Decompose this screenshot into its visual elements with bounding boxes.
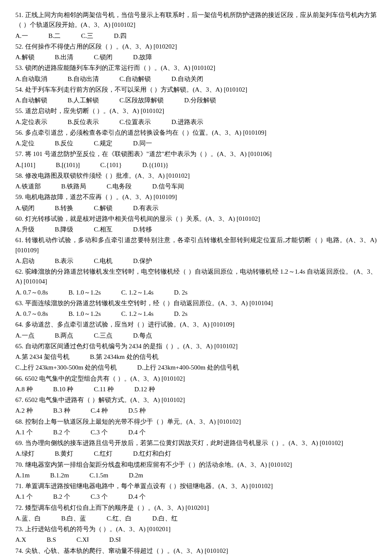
option: C.自动解锁 xyxy=(119,74,151,84)
question-options: A.[101]B.[(101)]C.{101}D.{(101)} xyxy=(15,160,377,170)
exam-question-list: 51. 正线上同方向相邻的两架信号机，当信号显示上有联系时，后一架信号机所防护进… xyxy=(15,10,377,555)
question-options: A.8 种B.10 种C.11 种D.12 种 xyxy=(15,384,377,394)
question-text: 52. 任何操作不得使占用的区段（ ）。(A、3、A) [010202] xyxy=(15,42,377,52)
option: A.升级 xyxy=(15,225,35,234)
option: A.定位 xyxy=(15,139,35,148)
question-options: A.蓝、白B.白、蓝C.红、白D.白、红 xyxy=(15,514,377,523)
question-text: 70. 继电器室内第一排组合架距分线盘和电缆柜应留有不少于（ ）的活动余地。(A… xyxy=(15,460,377,470)
question-text: 64. 多动道岔、多点牵引道岔试验，应当对（ ）进行试验。(A、3、A) [01… xyxy=(15,320,377,330)
question-text: 74. 尖轨、心轨、基本轨的爬行、窜动量不得超过（ ）。(A、3、A) [010… xyxy=(15,546,377,555)
option: A.1 个 xyxy=(15,492,33,502)
option: A.一 xyxy=(15,31,28,41)
option: D.信号车间 xyxy=(152,182,184,191)
option: C.XⅠ xyxy=(77,535,89,545)
option: D.每点 xyxy=(133,331,152,341)
question-text: 63. 平面连续溜放的分路道岔转辙机发生空转时，经（ ）自动返回原位。(A、3、… xyxy=(15,298,377,308)
option: D.自动关闭 xyxy=(171,74,203,84)
option: A.1 个 xyxy=(15,428,33,437)
option: A. 0.7～0.8s xyxy=(15,309,48,319)
option: B.反位表示 xyxy=(68,117,99,127)
option: D.白、红 xyxy=(152,514,178,523)
option: A.蓝、白 xyxy=(15,514,41,523)
option: D.分段解锁 xyxy=(184,95,216,105)
option: B.反位 xyxy=(55,139,74,148)
question-text: 72. 矮型调车信号机灯位自上而下的顺序是（ ）。(A、3、A) [010201… xyxy=(15,503,377,513)
option: D.保护 xyxy=(133,256,152,266)
question-options: A.XB.SC.XⅠD.SⅠ xyxy=(15,535,377,545)
question-text: 53. 锁闭的进路应能随列车车列的正常运行而（ ）。(A、3、A) [01010… xyxy=(15,63,377,73)
option: D.4 个 xyxy=(128,492,146,502)
option: B.3 种 xyxy=(53,406,70,416)
question-text: 62. 驼峰溜放的分路道岔转辙机发生空转时，电空转辙机经（ ）自动返回原位，电动… xyxy=(15,267,377,287)
option: D.4 个 xyxy=(128,428,146,437)
option: D.有表示 xyxy=(133,203,159,213)
option: C.区段故障解锁 xyxy=(119,95,164,105)
option: C.锁闭 xyxy=(94,52,112,62)
option: D.进路表示 xyxy=(171,117,203,127)
option: D. 2s xyxy=(174,288,187,298)
option: D.5 种 xyxy=(128,406,146,416)
option: A.1m xyxy=(15,471,30,480)
question-options: A. 0.7～0.8sB. 1.0～1.2sC. 1.2～1.4sD. 2s xyxy=(15,288,377,298)
option: B.1.2m xyxy=(50,471,69,480)
option: C.三 xyxy=(81,31,93,41)
option: D. 2s xyxy=(174,309,187,319)
option: A.自动解锁 xyxy=(15,95,47,105)
option: B.铁路局 xyxy=(61,182,86,191)
option: D.转移 xyxy=(133,225,152,234)
question-options: A.一B.二C.三D.四 xyxy=(15,31,377,41)
question-options: A.1 个B.2 个C.3 个D.4 个 xyxy=(15,492,377,502)
question-text: 57. 将 101 号道岔防护至反位，在《联锁图表》"道岔"栏中表示为（ ）。(… xyxy=(15,149,377,159)
option: A.解锁 xyxy=(15,52,35,62)
question-options: A.第 2434 架信号机B.第 2434km 处的信号机 xyxy=(15,352,377,362)
option: D.上行 243km+400-500m 处的信号机 xyxy=(137,363,239,373)
option: C.3 个 xyxy=(91,492,108,502)
option: A.定位表示 xyxy=(15,117,47,127)
question-text: 73. 上行进站信号机的符号为（ ）。(A、3、A) [010201] xyxy=(15,524,377,534)
option: C.电务段 xyxy=(107,182,132,191)
option: C.{101} xyxy=(100,160,122,170)
question-text: 67. 6502 电气集中进路有（ ）解锁方式。(A、3、A) [010102] xyxy=(15,395,377,405)
option: B.S xyxy=(46,535,56,545)
option: A.启动 xyxy=(15,256,35,266)
option: B.二 xyxy=(49,31,61,41)
option: B.2 个 xyxy=(53,428,70,437)
option: D.SⅠ xyxy=(109,535,121,545)
question-options: A. 0.7～0.8sB. 1.0～1.2sC. 1.2～1.4sD. 2s xyxy=(15,309,377,319)
question-options: A.升级B.降级C.相互D.转移 xyxy=(15,225,377,234)
option: C. 1.2～1.4s xyxy=(121,288,154,298)
question-text: 60. 灯光转移试验，就是核对进路中相关信号机间的显示（ ）关系。(A、3、A)… xyxy=(15,214,377,224)
question-text: 56. 多点牵引道岔，必须检查各牵引点的道岔转换设备均在（ ）位置。(A、3、A… xyxy=(15,128,377,138)
question-options: A.1 个B.2 个C.3 个D.4 个 xyxy=(15,428,377,437)
option: B.白、蓝 xyxy=(61,514,86,523)
option: A. 0.7～0.8s xyxy=(15,288,48,298)
option: B.10 种 xyxy=(53,384,74,394)
option: B.[(101)] xyxy=(56,160,80,170)
question-text: 51. 正线上同方向相邻的两架信号机，当信号显示上有联系时，后一架信号机所防护进… xyxy=(15,10,377,30)
option: D.2m xyxy=(129,471,143,480)
option: B.出清 xyxy=(55,52,74,62)
question-options: A.锁闭B.转换C.解锁D.有表示 xyxy=(15,203,377,213)
option: C.11 种 xyxy=(94,384,114,394)
question-text: 55. 道岔启动时，应先切断（ ）。(A、3、A) [010102] xyxy=(15,106,377,116)
option: C.3 个 xyxy=(91,428,108,437)
option: A.2 种 xyxy=(15,406,33,416)
option: C.解锁 xyxy=(94,203,112,213)
option: C.三点 xyxy=(94,331,112,341)
option: C.位置表示 xyxy=(119,117,151,127)
question-options: A.自动解锁B.人工解锁C.区段故障解锁D.分段解锁 xyxy=(15,95,377,105)
option: C.相互 xyxy=(94,225,112,234)
option: B.两点 xyxy=(55,331,74,341)
option: D.四 xyxy=(114,31,127,41)
option: C.电机 xyxy=(94,256,112,266)
option: B.2 个 xyxy=(53,492,70,502)
question-text: 65. 自动闭塞区间通过色灯信号机编号为 2434 的是指（ ）。(A、3、A)… xyxy=(15,341,377,351)
question-text: 71. 单置调车进路按钮继电器电路中，每个单置点设有（ ）按钮继电器。(A、3、… xyxy=(15,481,377,491)
option: C.上行 243km+300-500m 处的信号机 xyxy=(15,363,117,373)
option: C.4 种 xyxy=(91,406,108,416)
option: A.第 2434 架信号机 xyxy=(15,352,69,362)
question-text: 68. 控制台上每一轨道区段上最短的光带不得少于（ ）单元。(A、3、A) [0… xyxy=(15,417,377,427)
option: B.降级 xyxy=(55,225,74,234)
question-options: A.解锁B.出清C.锁闭D.故障 xyxy=(15,52,377,62)
option: A.X xyxy=(15,535,26,545)
